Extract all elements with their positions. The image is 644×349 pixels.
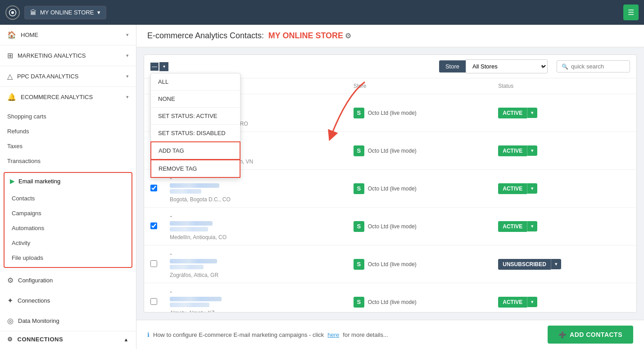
search-box[interactable]: 🔍 bbox=[557, 60, 630, 73]
row-name-cell: - Zográfos, Attica, GR bbox=[163, 245, 347, 283]
sidebar-item-marketing-analytics[interactable]: ⊞ MARKETING ANALYTICS ▾ bbox=[0, 45, 136, 66]
info-message: ℹ How to configure E-commerce E-mail mar… bbox=[147, 331, 388, 338]
chevron-icon: ▾ bbox=[126, 32, 129, 38]
status-dropdown-button[interactable]: ▾ bbox=[527, 183, 537, 194]
home-icon: 🏠 bbox=[7, 31, 16, 39]
row-checkbox[interactable] bbox=[150, 185, 157, 191]
info-text-content: How to configure E-commerce E-mail marke… bbox=[153, 331, 324, 338]
marketing-icon: ⊞ bbox=[7, 51, 13, 60]
store-name-text: Octo Ltd (live mode) bbox=[368, 223, 417, 230]
connections-icon: ✦ bbox=[7, 296, 13, 305]
row-checkbox-cell bbox=[144, 245, 163, 283]
page-gear-button[interactable]: ⚙ bbox=[345, 32, 351, 40]
dropdown-item-all[interactable]: ALL bbox=[151, 73, 240, 91]
status-dropdown-button[interactable]: ▾ bbox=[527, 297, 537, 307]
row-name-blur-2 bbox=[170, 303, 209, 307]
status-badge: ACTIVE bbox=[498, 145, 527, 156]
status-dropdown-button[interactable]: ▾ bbox=[527, 145, 537, 156]
status-dropdown-button[interactable]: ▾ bbox=[551, 259, 561, 269]
dropdown-item-set-active[interactable]: SET STATUS: ACTIVE bbox=[151, 108, 240, 125]
sidebar-item-file-uploads[interactable]: File uploads bbox=[12, 250, 132, 265]
store-selector-button[interactable]: 🏛 MY ONLINE STORE ▾ bbox=[24, 6, 106, 19]
logo[interactable] bbox=[5, 5, 20, 20]
sidebar-item-automations[interactable]: Automations bbox=[12, 221, 132, 236]
status-dropdown-button[interactable]: ▾ bbox=[527, 108, 537, 118]
row-checkbox[interactable] bbox=[150, 260, 157, 267]
store-name-label: MY ONLINE STORE bbox=[40, 9, 94, 16]
ecommerce-section: 🔔 ECOMMERCE ANALYTICS ▾ Shopping carts R… bbox=[0, 87, 136, 270]
store-filter-label: Store bbox=[439, 60, 466, 73]
dropdown-item-add-tag[interactable]: ADD TAG bbox=[150, 141, 240, 160]
sidebar-item-home[interactable]: 🏠 HOME ▾ bbox=[0, 25, 136, 45]
row-name-blur-2 bbox=[170, 265, 204, 269]
dropdown-item-set-disabled[interactable]: SET STATUS: DISABLED bbox=[151, 125, 240, 142]
sidebar-item-shopping-carts[interactable]: Shopping carts bbox=[7, 109, 136, 124]
sidebar-item-ppc[interactable]: △ PPC DATA ANALYTICS ▾ bbox=[0, 66, 136, 86]
sidebar-item-email-marketing[interactable]: ▶ Email marketing bbox=[5, 173, 132, 189]
row-checkbox[interactable] bbox=[150, 222, 157, 229]
store-name-text: Octo Ltd (live mode) bbox=[368, 148, 417, 154]
row-checkbox-cell bbox=[144, 283, 163, 313]
ecommerce-sub-items: Shopping carts Refunds Taxes Transaction… bbox=[0, 107, 136, 170]
arrow-right-icon: ▶ bbox=[10, 177, 15, 185]
row-status-cell: ACTIVE ▾ bbox=[492, 170, 636, 208]
bulk-dropdown-arrow[interactable]: ▾ bbox=[159, 62, 168, 71]
row-status-cell: ACTIVE ▾ bbox=[492, 208, 636, 245]
row-name-blur bbox=[170, 297, 222, 301]
status-badge: UNSUBSCRIBED bbox=[498, 259, 551, 270]
row-checkbox[interactable] bbox=[150, 298, 157, 305]
plus-icon: ➕ bbox=[558, 331, 567, 338]
sidebar-item-activity[interactable]: Activity bbox=[12, 236, 132, 250]
add-contacts-button[interactable]: ➕ ADD CONTACTS bbox=[548, 326, 633, 344]
sidebar-item-taxes[interactable]: Taxes bbox=[7, 139, 136, 154]
sidebar-item-configuration[interactable]: ⚙ Configuration bbox=[0, 270, 136, 290]
sidebar-item-refunds[interactable]: Refunds bbox=[7, 124, 136, 139]
config-label: Configuration bbox=[18, 277, 53, 284]
hamburger-menu-button[interactable]: ☰ bbox=[623, 5, 639, 20]
header-left: 🏛 MY ONLINE STORE ▾ bbox=[5, 5, 106, 20]
store-s-logo: S bbox=[354, 145, 364, 156]
store-cell: S Octo Ltd (live mode) bbox=[354, 145, 485, 156]
row-status-cell: UNSUBSCRIBED ▾ bbox=[492, 245, 636, 283]
sidebar-item-campaigns[interactable]: Campaigns bbox=[12, 206, 132, 221]
sidebar-item-transactions[interactable]: Transactions bbox=[7, 154, 136, 168]
page-title-text: E-commerce Analytics Contacts: bbox=[147, 31, 264, 40]
search-input[interactable] bbox=[571, 63, 625, 70]
store-select[interactable]: All Stores bbox=[466, 60, 547, 73]
info-icon: ℹ bbox=[147, 331, 150, 338]
content-area: E-commerce Analytics Contacts: MY ONLINE… bbox=[136, 25, 644, 349]
dropdown-item-remove-tag[interactable]: REMOVE TAG bbox=[150, 159, 240, 178]
sidebar-item-connections[interactable]: ✦ Connections bbox=[0, 290, 136, 311]
connections-header[interactable]: ⚙ CONNECTIONS ▲ bbox=[0, 331, 136, 347]
sidebar-item-ecommerce[interactable]: 🔔 ECOMMERCE ANALYTICS ▾ bbox=[0, 87, 136, 107]
store-select-wrapper: All Stores ▾ bbox=[466, 59, 548, 73]
row-name-cell: - Medellín, Antioquia, CO bbox=[163, 208, 347, 245]
store-name-text: Octo Ltd (live mode) bbox=[368, 110, 417, 116]
ecommerce-icon: 🔔 bbox=[7, 93, 16, 101]
row-name-blur-2 bbox=[170, 189, 201, 194]
sidebar-item-contacts[interactable]: Contacts bbox=[12, 191, 132, 206]
bulk-select-control[interactable]: — ▾ bbox=[150, 62, 168, 71]
dropdown-item-none[interactable]: NONE bbox=[151, 91, 240, 108]
row-store-cell: S Octo Ltd (live mode) bbox=[347, 170, 492, 208]
store-cell: S Octo Ltd (live mode) bbox=[354, 297, 485, 308]
status-badge: ACTIVE bbox=[498, 297, 527, 308]
email-marketing-section: ▶ Email marketing Contacts Campaigns Aut… bbox=[4, 172, 132, 268]
status-btn-group: ACTIVE ▾ bbox=[498, 183, 630, 194]
page-title: E-commerce Analytics Contacts: MY ONLINE… bbox=[147, 31, 351, 41]
settings-header[interactable]: ⚙ SETTINGS ▲ bbox=[0, 347, 136, 349]
ppc-label: PPC DATA ANALYTICS bbox=[17, 73, 79, 80]
ppc-icon: △ bbox=[7, 72, 13, 81]
ecommerce-label: ECOMMERCE ANALYTICS bbox=[21, 94, 93, 100]
sidebar-item-data-monitoring[interactable]: ◎ Data Monitoring bbox=[0, 311, 136, 331]
info-link[interactable]: here bbox=[327, 331, 339, 338]
connections-item-label: Connections bbox=[18, 297, 50, 304]
bulk-checkbox[interactable]: — bbox=[150, 63, 159, 71]
row-store-cell: S Octo Ltd (live mode) bbox=[347, 94, 492, 132]
store-s-logo: S bbox=[354, 221, 364, 232]
row-name-blur bbox=[170, 259, 217, 263]
config-icon: ⚙ bbox=[7, 276, 14, 285]
row-checkbox-cell bbox=[144, 208, 163, 245]
info-suffix: for more details... bbox=[343, 331, 388, 338]
status-dropdown-button[interactable]: ▾ bbox=[527, 221, 537, 231]
